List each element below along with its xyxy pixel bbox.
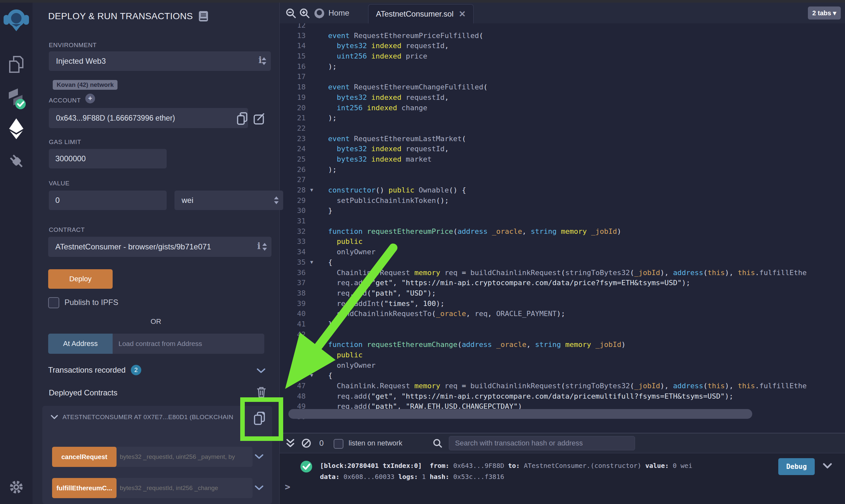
contract-select[interactable]: ATestnetConsumer - browser/gists/9b71e07… <box>48 237 272 257</box>
fulfillethereumchange-button[interactable]: fulfillEthereumC... <box>52 478 117 498</box>
code-line[interactable]: 47 Chainlink.Request memory req = buildC… <box>280 381 845 391</box>
contract-info-icon[interactable]: i <box>257 240 261 251</box>
code-line[interactable]: 29 setPublicChainlinkToken(); <box>280 195 845 206</box>
code-line[interactable]: 33 public <box>280 236 845 247</box>
code-line[interactable]: 48 req.add("get", "https://min-api.crypt… <box>280 391 845 401</box>
horizontal-scrollbar[interactable] <box>288 409 752 419</box>
deployed-contract-title: ATESTNETCONSUMER AT 0X7E7...E80D1 (BLOCK… <box>63 414 234 421</box>
line-number: 45 <box>280 360 306 371</box>
terminal-search-input[interactable] <box>449 436 635 450</box>
code-line[interactable]: 42 <box>280 329 845 340</box>
value-unit-select[interactable]: wei <box>174 191 283 210</box>
add-account-icon[interactable]: + <box>85 94 95 103</box>
code-line[interactable]: 16); <box>280 61 845 72</box>
code-editor[interactable]: 1213event RequestEthereumPriceFulfilled(… <box>280 23 845 433</box>
edit-account-icon[interactable] <box>253 112 265 125</box>
code-line[interactable]: 24 bytes32 indexed requestId, <box>280 144 845 154</box>
settings-icon[interactable] <box>0 479 33 496</box>
fold-caret-icon[interactable]: ▼ <box>306 257 328 268</box>
code-line[interactable]: 21); <box>280 113 845 123</box>
transactions-chevron-down-icon[interactable] <box>257 368 265 374</box>
at-address-button[interactable]: At Address <box>48 334 113 354</box>
publish-ipfs-checkbox[interactable] <box>48 297 59 308</box>
fold-gutter <box>306 31 328 41</box>
code-line[interactable]: 13event RequestEthereumPriceFulfilled( <box>280 31 845 41</box>
code-line[interactable]: 37 req.add("get", "https://min-api.crypt… <box>280 278 845 288</box>
code-line[interactable]: 46▼{ <box>280 371 845 381</box>
double-chevron-down-icon[interactable] <box>286 439 295 448</box>
code-line[interactable]: 14 bytes32 indexed requestId, <box>280 41 845 51</box>
fold-gutter <box>306 268 328 278</box>
code-line[interactable]: 17 <box>280 72 845 82</box>
code-text <box>328 23 845 31</box>
code-line[interactable]: 34 onlyOwner <box>280 247 845 257</box>
code-line[interactable]: 23event RequestEthereumLastMarket( <box>280 133 845 144</box>
code-line[interactable]: 26); <box>280 164 845 175</box>
terminal-prompt[interactable]: > <box>285 482 290 492</box>
code-text: req.add("get", "https://min-api.cryptoco… <box>328 391 845 401</box>
transactions-recorded-header[interactable]: Transactions recorded 2 <box>48 365 141 375</box>
code-line[interactable]: 45 onlyOwner <box>280 360 845 371</box>
terminal-log[interactable]: [block:20780401 txIndex:0] from: 0x643..… <box>320 460 692 482</box>
close-tab-icon[interactable]: ✕ <box>459 9 466 19</box>
fold-caret-icon[interactable]: ▼ <box>306 185 328 195</box>
code-line[interactable]: 15 uint256 indexed price <box>280 51 845 61</box>
code-line[interactable]: 35▼{ <box>280 257 845 268</box>
plugin-manager-icon[interactable] <box>0 151 33 171</box>
value-input[interactable] <box>49 191 167 210</box>
book-icon[interactable] <box>199 11 208 21</box>
code-line[interactable]: 40 sendChainlinkRequestTo(_oracle, req, … <box>280 309 845 319</box>
code-line[interactable]: 27 <box>280 175 845 185</box>
code-line[interactable]: 30} <box>280 205 845 216</box>
deploy-run-icon[interactable] <box>0 119 33 139</box>
code-line[interactable]: 19 bytes32 indexed requestId, <box>280 92 845 103</box>
line-number: 41 <box>280 319 306 329</box>
fold-caret-icon[interactable]: ▼ <box>306 371 328 381</box>
debug-button[interactable]: Debug <box>778 458 815 475</box>
fulfillethereumchange-params-input[interactable] <box>115 485 253 492</box>
trash-icon[interactable] <box>257 386 266 398</box>
ban-icon[interactable] <box>301 438 311 448</box>
account-select[interactable]: 0x643...9F88D (1.666673996 ether) <box>49 108 248 128</box>
gas-limit-input[interactable] <box>49 149 167 168</box>
code-line[interactable]: 12 <box>280 23 845 31</box>
tabs-count-dropdown[interactable]: 2 tabs ▾ <box>808 6 841 19</box>
code-line[interactable]: 18event RequestEthereumChangeFulfilled( <box>280 82 845 92</box>
code-line[interactable]: 31 <box>280 216 845 226</box>
code-line[interactable]: 38 req.add("path", "USD"); <box>280 288 845 299</box>
zoom-out-icon[interactable] <box>286 8 296 19</box>
copy-contract-address-icon[interactable] <box>253 411 265 425</box>
tab-home[interactable]: Home <box>328 3 349 23</box>
code-line[interactable]: 28▼constructor() public Ownable() { <box>280 185 845 195</box>
code-line[interactable]: 20 int256 indexed change <box>280 103 845 113</box>
tab-atestnetconsumer[interactable]: ATestnetConsumer.sol ✕ <box>368 4 473 23</box>
code-line[interactable]: 36 Chainlink.Request memory req = buildC… <box>280 268 845 278</box>
zoom-in-icon[interactable] <box>299 8 310 19</box>
at-address-input[interactable] <box>113 340 264 347</box>
code-line[interactable]: 22 <box>280 123 845 133</box>
fulfillethereumchange-expand-chevron-icon[interactable] <box>255 485 264 491</box>
fold-gutter <box>306 319 328 329</box>
code-line[interactable]: 44 public <box>280 350 845 360</box>
code-line[interactable]: 39 req.addInt("times", 100); <box>280 299 845 309</box>
cancelrequest-params-input[interactable] <box>115 453 253 461</box>
deploy-button[interactable]: Deploy <box>48 269 113 289</box>
solidity-compiler-icon[interactable] <box>0 87 33 111</box>
listen-network-checkbox[interactable] <box>334 439 343 449</box>
home-icon[interactable] <box>313 7 325 19</box>
environment-select[interactable]: Injected Web3 <box>49 51 271 71</box>
code-line[interactable]: 25 bytes32 indexed market <box>280 154 845 164</box>
cancelrequest-expand-chevron-icon[interactable] <box>255 454 264 460</box>
cancelrequest-button[interactable]: cancelRequest <box>52 447 117 467</box>
code-line[interactable]: 43function requestEthereumChange(address… <box>280 340 845 350</box>
copy-account-icon[interactable] <box>236 112 248 125</box>
environment-info-icon[interactable]: i <box>258 55 262 65</box>
line-number: 36 <box>280 268 306 278</box>
remix-logo[interactable] <box>0 6 33 34</box>
file-explorer-icon[interactable] <box>0 55 33 74</box>
code-line[interactable]: 41} <box>280 319 845 329</box>
tabs-count-label: 2 tabs ▾ <box>812 9 836 17</box>
log-expand-chevron-icon[interactable] <box>823 463 832 469</box>
deployed-contract-header[interactable]: ATESTNETCONSUMER AT 0X7E7...E80D1 (BLOCK… <box>51 414 246 421</box>
code-line[interactable]: 32function requestEthereumPrice(address … <box>280 226 845 237</box>
